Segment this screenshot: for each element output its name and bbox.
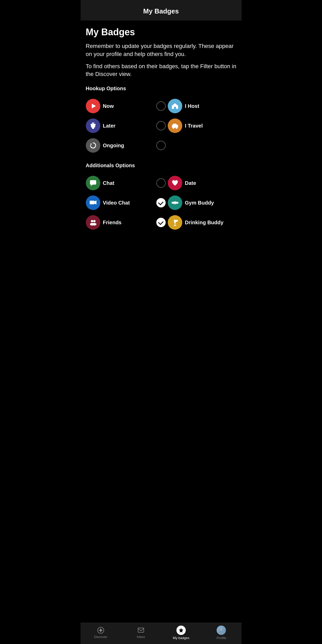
svg-rect-14 (172, 202, 174, 204)
videochat-label: Video Chat (103, 200, 130, 206)
svg-rect-11 (90, 201, 94, 204)
badge-later-left: Later (86, 118, 155, 133)
svg-marker-10 (90, 185, 93, 186)
ihost-icon (168, 99, 182, 113)
drinkingbuddy-icon (168, 215, 182, 230)
videochat-radio[interactable] (156, 198, 166, 207)
itravel-label: I Travel (185, 123, 203, 129)
svg-rect-23 (174, 225, 176, 226)
top-bar-title: My Badges (86, 7, 236, 15)
svg-marker-12 (94, 200, 96, 205)
badge-chat-left: Chat (86, 176, 155, 190)
svg-point-18 (91, 220, 93, 222)
later-label: Later (103, 123, 116, 129)
svg-point-7 (176, 127, 177, 129)
itravel-icon (168, 118, 182, 133)
additional-section-title: Additionals Options (86, 163, 236, 169)
svg-rect-17 (177, 202, 178, 204)
later-icon (86, 118, 100, 133)
svg-rect-9 (90, 180, 96, 185)
now-radio[interactable] (156, 101, 166, 111)
ongoing-icon (86, 138, 100, 153)
badge-row-now: Now I Host (86, 96, 236, 116)
svg-rect-15 (176, 202, 178, 204)
badge-row-later: Later I Travel (86, 116, 236, 136)
svg-point-21 (92, 223, 96, 226)
description-1: Remember to update your badges regularly… (86, 42, 236, 58)
svg-marker-8 (90, 144, 92, 145)
badge-row-friends: Friends Drinking Buddy (86, 213, 236, 232)
chat-icon (86, 176, 100, 190)
date-label: Date (185, 180, 196, 186)
videochat-icon (86, 195, 100, 210)
chat-radio[interactable] (156, 178, 166, 188)
badge-ongoing-left: Ongoing (86, 138, 155, 153)
badge-videochat-left: Video Chat (86, 195, 155, 210)
friends-radio[interactable] (156, 218, 166, 227)
svg-rect-16 (172, 202, 173, 204)
gymbuddy-label: Gym Buddy (185, 200, 214, 206)
now-label: Now (103, 103, 114, 109)
svg-rect-5 (173, 124, 177, 125)
svg-marker-0 (92, 104, 96, 108)
badge-gymbuddy-right: Gym Buddy (168, 195, 236, 210)
description-2: To find others based on their badges, ta… (86, 62, 236, 79)
badge-date-right: Date (168, 176, 236, 190)
badge-itravel-right: I Travel (168, 118, 236, 133)
hookup-section-title: Hookup Options (86, 86, 236, 92)
svg-rect-3 (92, 128, 94, 129)
badge-now-left: Now (86, 99, 155, 113)
badge-friends-left: Friends (86, 215, 155, 230)
svg-rect-13 (174, 201, 176, 204)
badge-row-ongoing: Ongoing (86, 136, 236, 155)
svg-point-19 (93, 220, 95, 222)
date-icon (168, 176, 182, 190)
svg-marker-1 (172, 103, 178, 109)
friends-icon (86, 215, 100, 230)
gymbuddy-icon (168, 195, 182, 210)
badge-row-videochat: Video Chat Gym Buddy (86, 193, 236, 213)
page-title: My Badges (86, 27, 236, 38)
ihost-label: I Host (185, 103, 199, 109)
badge-drinkingbuddy-right: Drinking Buddy (168, 215, 236, 230)
chat-label: Chat (103, 180, 114, 186)
now-icon (86, 99, 100, 113)
content-area: My Badges Remember to update your badges… (81, 20, 242, 264)
top-bar: My Badges (81, 0, 242, 20)
later-radio[interactable] (156, 121, 166, 130)
friends-label: Friends (103, 220, 122, 226)
badge-row-chat: Chat Date (86, 173, 236, 193)
drinkingbuddy-label: Drinking Buddy (185, 220, 223, 226)
svg-point-6 (173, 127, 174, 129)
svg-rect-2 (92, 123, 94, 124)
ongoing-label: Ongoing (103, 143, 124, 149)
badge-ihost-right: I Host (168, 99, 236, 113)
ongoing-radio[interactable] (156, 141, 166, 150)
